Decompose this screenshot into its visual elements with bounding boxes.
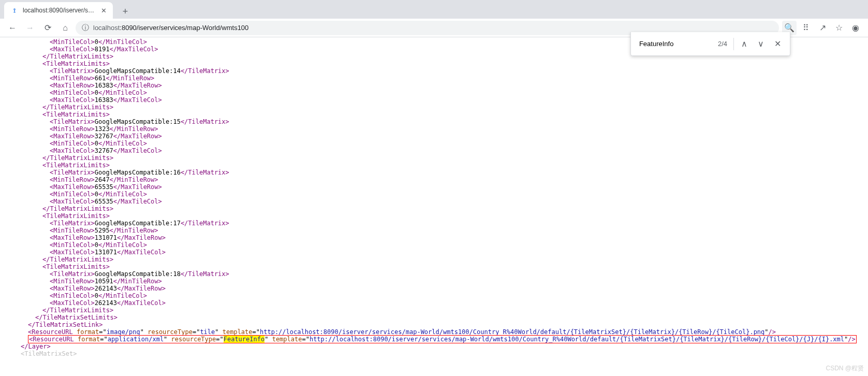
site-info-icon[interactable]: ⓘ xyxy=(82,23,89,33)
browser-tab[interactable]: ⟟ localhost:8090/iserver/service ✕ xyxy=(4,2,113,19)
back-button[interactable]: ← xyxy=(5,21,20,35)
tab-title: localhost:8090/iserver/service xyxy=(23,7,97,14)
star-icon[interactable]: ☆ xyxy=(832,21,846,35)
tab-strip: ⟟ localhost:8090/iserver/service ✕ + xyxy=(0,0,868,19)
share-icon[interactable]: ↗ xyxy=(815,21,830,35)
forward-button[interactable]: → xyxy=(23,21,37,35)
favicon-icon: ⟟ xyxy=(10,6,19,15)
home-button[interactable]: ⌂ xyxy=(58,21,72,35)
extension-icon[interactable]: ◉ xyxy=(848,21,863,35)
xml-viewer[interactable]: <MinTileCol>0</MinTileCol><MaxTileCol>81… xyxy=(0,37,868,361)
translate-icon[interactable]: ⠿ xyxy=(799,21,813,35)
close-tab-icon[interactable]: ✕ xyxy=(101,7,107,15)
url-text: localhost:8090/iserver/services/map-Worl… xyxy=(93,24,248,32)
reload-button[interactable]: ⟳ xyxy=(40,21,55,35)
new-tab-button[interactable]: + xyxy=(118,4,133,19)
